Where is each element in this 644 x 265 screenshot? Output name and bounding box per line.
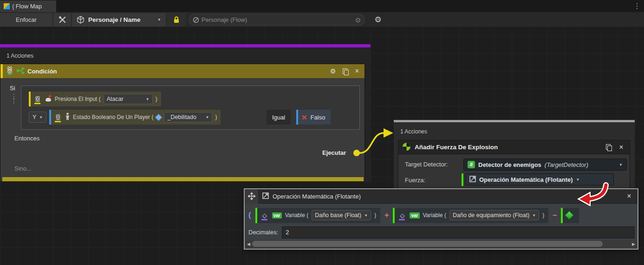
plus-operator[interactable]: + xyxy=(384,211,389,219)
number-diamond-icon xyxy=(565,211,574,220)
variable-2-dropdown[interactable]: Daño de equipamiento (Float) ▼ xyxy=(449,210,539,220)
logic-operator-dropdown[interactable]: Y ▼ xyxy=(29,112,46,123)
action-node-header[interactable]: Añadir Fuerza De Explosion × xyxy=(398,140,630,154)
variable-close-paren: ) xyxy=(542,212,544,219)
condition-text: Presiona El Input ( xyxy=(55,96,101,102)
variable-diamond-icon: ◇ xyxy=(260,211,269,220)
close-icon[interactable]: × xyxy=(352,66,362,76)
move-handle[interactable] xyxy=(245,189,259,204)
target-detector-label: Target Detector: xyxy=(405,161,448,168)
input-device-icon xyxy=(45,94,52,104)
then-label: Entonces xyxy=(14,135,39,142)
scroll-right-icon[interactable]: ▶ xyxy=(631,242,637,246)
condition-node[interactable]: Condición ⚙ × Si ⋮⋮ xyxy=(0,64,365,182)
condition-row-input[interactable]: Presiona El Input ( Atacar ▼ ) xyxy=(29,92,161,106)
duplicate-icon[interactable] xyxy=(340,66,350,76)
math-panel-header[interactable]: Operación Matemática (Flotante) × xyxy=(245,189,637,204)
bool-variable-dropdown[interactable]: _Debilitado ▼ xyxy=(164,112,212,122)
drag-handle[interactable]: ⋮⋮ xyxy=(11,94,17,104)
condition-atom-icon xyxy=(54,113,62,122)
search-box[interactable]: ⊙ xyxy=(189,14,365,26)
cube-icon xyxy=(77,16,85,24)
flow-map-icon xyxy=(4,3,10,9)
connection-arrowhead-icon xyxy=(384,128,393,138)
close-icon[interactable]: × xyxy=(624,192,634,201)
comparison-mode-button[interactable]: Igual xyxy=(267,110,291,125)
target-detector-dropdown[interactable]: # Detector de enemigos (TargetDetector) … xyxy=(463,159,627,171)
condition-row-bool[interactable]: Estado Booleano De Un Player ( _Debilita… xyxy=(49,110,221,125)
operand-2-block[interactable]: ◇ var Variable ( Daño de equipamiento (F… xyxy=(393,208,548,223)
compare-value-field[interactable]: ✕ Falso xyxy=(296,110,331,125)
condition-node-title: Condición xyxy=(27,68,57,75)
tab-title: Flow Map xyxy=(16,3,42,10)
move-icon xyxy=(248,192,255,200)
target-object-dropdown[interactable]: Personaje / Name ▼ xyxy=(72,13,166,26)
chevron-down-icon: ▼ xyxy=(364,213,368,218)
target-object-label: Personaje / Name xyxy=(88,16,141,23)
wrench-icon xyxy=(59,16,66,24)
horizontal-scrollbar[interactable]: ◀ ▶ xyxy=(246,240,637,248)
variable-diamond-icon: ◇ xyxy=(398,211,406,220)
braces-icon: { xyxy=(12,3,13,10)
variable-1-dropdown[interactable]: Daño base (Float) ▼ xyxy=(312,210,371,220)
gear-icon: ⚙ xyxy=(374,15,381,25)
variable-close-paren: ) xyxy=(374,212,376,219)
window-menu-icon[interactable]: ⋮ xyxy=(632,1,642,11)
minus-operator[interactable]: – xyxy=(553,211,557,219)
chevron-down-icon: ▼ xyxy=(157,18,161,22)
lock-icon xyxy=(173,16,180,23)
close-icon[interactable]: × xyxy=(617,143,626,152)
condition-node-header[interactable]: Condición ⚙ × xyxy=(0,64,364,78)
operand-stripe xyxy=(393,208,395,223)
condition-text-close: ) xyxy=(156,96,157,102)
condition-stripe xyxy=(29,92,31,106)
operand-stripe xyxy=(255,208,257,223)
math-panel-title: Operación Matemática (Flotante) xyxy=(273,193,361,200)
decimals-row: Decimales: xyxy=(248,226,635,238)
tab-flow-map[interactable]: { Flow Map xyxy=(0,0,56,12)
focus-button[interactable]: Enfocar xyxy=(0,13,52,26)
node-settings-icon[interactable]: ⚙ xyxy=(328,66,338,76)
scroll-left-icon[interactable]: ◀ xyxy=(246,242,252,246)
math-operation-icon xyxy=(469,176,476,184)
conditions-list: Presiona El Input ( Atacar ▼ ) Y ▼ xyxy=(21,86,360,130)
flow-map-window: { Flow Map ⋮ Enfocar Personaje / Name ▼ xyxy=(0,0,644,265)
execute-port-label: Ejecutar xyxy=(322,149,346,156)
open-paren: ( xyxy=(248,211,251,220)
tools-button[interactable] xyxy=(53,13,71,26)
node-footer-bar xyxy=(2,177,364,181)
scrollbar-thumb[interactable] xyxy=(252,241,603,247)
condition-atom-icon xyxy=(6,66,14,76)
settings-button[interactable]: ⚙ xyxy=(370,13,386,26)
chevron-down-icon: ▼ xyxy=(576,178,580,182)
if-label: Si xyxy=(10,85,15,92)
chevron-down-icon: ▼ xyxy=(206,115,209,119)
input-action-dropdown[interactable]: Atacar ▼ xyxy=(104,94,153,104)
duplicate-icon[interactable] xyxy=(604,143,613,152)
object-picker-icon[interactable]: ⊙ xyxy=(355,16,361,24)
script-icon: # xyxy=(468,161,475,168)
force-stripe xyxy=(462,173,463,186)
math-operation-panel[interactable]: Operación Matemática (Flotante) × ( ◇ va… xyxy=(244,188,638,250)
flow-script-icon xyxy=(193,17,199,23)
force-value-dropdown[interactable]: Operación Matemática (Flotante) ▼ xyxy=(465,173,614,186)
condition-stripe xyxy=(49,110,51,125)
operand-1-block[interactable]: ◇ var Variable ( Daño base (Float) ▼ ) xyxy=(255,208,380,223)
action-node-title: Añadir Fuerza De Explosion xyxy=(415,144,498,151)
decimals-input[interactable] xyxy=(282,226,635,238)
physics-icon xyxy=(402,142,411,152)
operand-3-block[interactable] xyxy=(561,208,579,223)
search-input[interactable] xyxy=(202,16,353,23)
condition-atom-icon xyxy=(33,94,42,104)
variable-label: Variable ( xyxy=(423,212,446,219)
bool-variable-icon xyxy=(155,113,163,121)
variable-label: Variable ( xyxy=(285,212,308,219)
lock-button[interactable] xyxy=(167,13,186,26)
decimals-label: Decimales: xyxy=(248,229,278,236)
chevron-down-icon: ▼ xyxy=(619,163,623,167)
panel-accent-bar xyxy=(0,44,371,47)
false-x-icon: ✕ xyxy=(301,114,307,121)
toolbar: Enfocar Personaje / Name ▼ xyxy=(0,12,644,27)
math-expression-row: ( ◇ var Variable ( Daño base (Float) ▼ )… xyxy=(248,207,635,223)
var-badge: var xyxy=(272,212,282,219)
